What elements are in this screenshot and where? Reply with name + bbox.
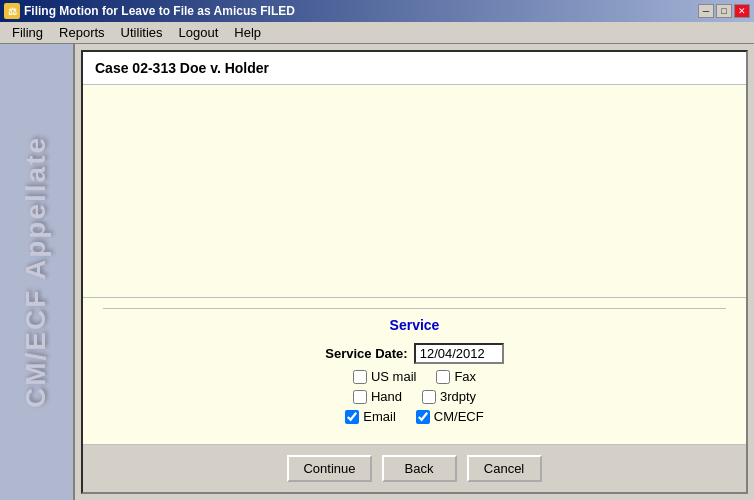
menu-filing[interactable]: Filing bbox=[4, 23, 51, 42]
sidebar-label: CM/ECF Appellate bbox=[21, 136, 53, 408]
fax-checkbox[interactable] bbox=[436, 370, 450, 384]
checkbox-group-3: Email CM/ECF bbox=[345, 409, 483, 424]
content-area: Case 02-313 Doe v. Holder Service Servic… bbox=[75, 44, 754, 500]
hand-checkbox[interactable] bbox=[353, 390, 367, 404]
email-label: Email bbox=[363, 409, 396, 424]
close-button[interactable]: ✕ bbox=[734, 4, 750, 18]
title-bar: ⚖ Filing Motion for Leave to File as Ami… bbox=[0, 0, 754, 22]
back-button[interactable]: Back bbox=[382, 455, 457, 482]
minimize-button[interactable]: ─ bbox=[698, 4, 714, 18]
service-title: Service bbox=[103, 308, 726, 333]
menu-reports[interactable]: Reports bbox=[51, 23, 113, 42]
checkbox-group-2: Hand 3rdpty bbox=[353, 389, 476, 404]
3rdpty-label: 3rdpty bbox=[440, 389, 476, 404]
checkbox-us-mail[interactable]: US mail bbox=[353, 369, 417, 384]
menu-logout[interactable]: Logout bbox=[171, 23, 227, 42]
checkbox-fax[interactable]: Fax bbox=[436, 369, 476, 384]
top-area bbox=[83, 85, 746, 298]
email-checkbox[interactable] bbox=[345, 410, 359, 424]
continue-button[interactable]: Continue bbox=[287, 455, 371, 482]
checkbox-group-1: US mail Fax bbox=[353, 369, 476, 384]
inner-panel: Case 02-313 Doe v. Holder Service Servic… bbox=[81, 50, 748, 494]
button-area: Continue Back Cancel bbox=[83, 445, 746, 492]
menu-utilities[interactable]: Utilities bbox=[113, 23, 171, 42]
checkbox-cmecf[interactable]: CM/ECF bbox=[416, 409, 484, 424]
case-title: Case 02-313 Doe v. Holder bbox=[95, 60, 269, 76]
fax-label: Fax bbox=[454, 369, 476, 384]
cmecf-checkbox[interactable] bbox=[416, 410, 430, 424]
service-date-input[interactable] bbox=[414, 343, 504, 364]
window-body: CM/ECF Appellate Case 02-313 Doe v. Hold… bbox=[0, 44, 754, 500]
sidebar: CM/ECF Appellate bbox=[0, 44, 75, 500]
title-bar-left: ⚖ Filing Motion for Leave to File as Ami… bbox=[4, 3, 295, 19]
checkbox-3rdpty[interactable]: 3rdpty bbox=[422, 389, 476, 404]
service-date-row: Service Date: bbox=[103, 343, 726, 364]
checkbox-row-1: US mail Fax bbox=[103, 369, 726, 384]
us-mail-checkbox[interactable] bbox=[353, 370, 367, 384]
3rdpty-checkbox[interactable] bbox=[422, 390, 436, 404]
service-date-label: Service Date: bbox=[325, 346, 407, 361]
cancel-button[interactable]: Cancel bbox=[467, 455, 542, 482]
app-icon: ⚖ bbox=[4, 3, 20, 19]
menu-help[interactable]: Help bbox=[226, 23, 269, 42]
window-title: Filing Motion for Leave to File as Amicu… bbox=[24, 4, 295, 18]
checkbox-hand[interactable]: Hand bbox=[353, 389, 402, 404]
case-header: Case 02-313 Doe v. Holder bbox=[83, 52, 746, 85]
checkbox-row-2: Hand 3rdpty bbox=[103, 389, 726, 404]
hand-label: Hand bbox=[371, 389, 402, 404]
us-mail-label: US mail bbox=[371, 369, 417, 384]
maximize-button[interactable]: □ bbox=[716, 4, 732, 18]
checkbox-email[interactable]: Email bbox=[345, 409, 396, 424]
cmecf-label: CM/ECF bbox=[434, 409, 484, 424]
checkbox-row-3: Email CM/ECF bbox=[103, 409, 726, 424]
title-bar-buttons: ─ □ ✕ bbox=[698, 4, 750, 18]
service-section: Service Service Date: US mail bbox=[83, 298, 746, 445]
menu-bar: Filing Reports Utilities Logout Help bbox=[0, 22, 754, 44]
